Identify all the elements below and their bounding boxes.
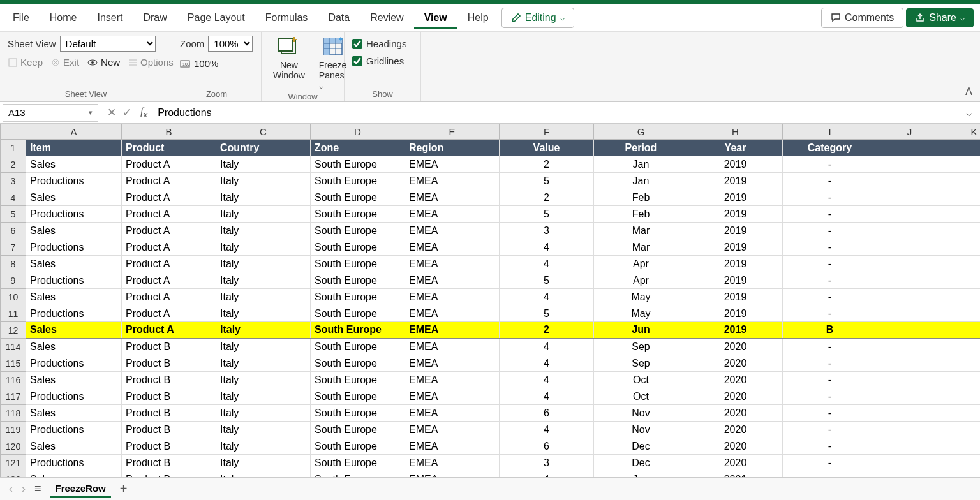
cell[interactable]: - (783, 156, 877, 173)
cell[interactable] (942, 140, 981, 156)
row-header[interactable]: 114 (1, 339, 26, 355)
column-header[interactable]: A (26, 124, 122, 140)
cell[interactable] (877, 438, 942, 455)
cell[interactable]: Sales (26, 405, 122, 422)
cell[interactable] (942, 455, 981, 471)
cell[interactable]: Italy (216, 438, 311, 455)
cell[interactable] (877, 272, 942, 289)
cell[interactable]: Nov (594, 422, 688, 438)
cell[interactable] (877, 305, 942, 322)
cell[interactable]: 2020 (688, 355, 783, 372)
cell[interactable]: Productions (26, 206, 122, 223)
row-header[interactable]: 115 (1, 355, 26, 372)
cell[interactable]: EMEA (405, 156, 500, 173)
cell[interactable]: EMEA (405, 438, 500, 455)
cell[interactable]: Zone (311, 140, 405, 156)
options-button[interactable]: Options (128, 57, 174, 68)
cell[interactable]: 2019 (688, 272, 783, 289)
cell[interactable]: Jan (594, 471, 688, 478)
select-all-corner[interactable] (1, 124, 26, 140)
row-header[interactable]: 7 (1, 239, 26, 256)
cell[interactable]: Productions (26, 173, 122, 189)
cell[interactable] (877, 140, 942, 156)
row-header[interactable]: 117 (1, 388, 26, 405)
cell[interactable]: 4 (500, 339, 594, 355)
cell[interactable] (942, 256, 981, 272)
cell[interactable]: South Europe (311, 372, 405, 388)
cell[interactable]: - (783, 339, 877, 355)
cell[interactable] (877, 388, 942, 405)
row-header[interactable]: 1 (1, 140, 26, 156)
cell[interactable]: Product A (122, 305, 216, 322)
cell[interactable]: Product A (122, 223, 216, 239)
row-header[interactable]: 3 (1, 173, 26, 189)
cell[interactable]: 2020 (688, 422, 783, 438)
column-header[interactable]: C (216, 124, 311, 140)
new-window-button[interactable]: New Window (269, 36, 309, 80)
cell[interactable]: 2019 (688, 223, 783, 239)
cell[interactable]: Dec (594, 438, 688, 455)
cell[interactable]: 6 (500, 438, 594, 455)
cell[interactable]: - (783, 272, 877, 289)
cell[interactable]: Italy (216, 388, 311, 405)
cell[interactable]: South Europe (311, 156, 405, 173)
cell[interactable]: 2020 (688, 438, 783, 455)
cell[interactable]: Productions (26, 272, 122, 289)
row-header[interactable]: 116 (1, 372, 26, 388)
cell[interactable]: May (594, 305, 688, 322)
cell[interactable] (942, 189, 981, 206)
headings-checkbox-input[interactable] (352, 39, 362, 49)
cell[interactable]: Sales (26, 438, 122, 455)
cell[interactable] (877, 239, 942, 256)
cell[interactable]: 2020 (688, 339, 783, 355)
row-header[interactable]: 10 (1, 289, 26, 305)
cell[interactable] (877, 189, 942, 206)
menu-tab-formulas[interactable]: Formulas (255, 7, 318, 29)
cell[interactable]: South Europe (311, 272, 405, 289)
cell[interactable] (877, 422, 942, 438)
cell[interactable]: - (783, 173, 877, 189)
cell[interactable]: Sales (26, 156, 122, 173)
cell[interactable]: Italy (216, 339, 311, 355)
cell[interactable] (877, 339, 942, 355)
cell[interactable] (942, 272, 981, 289)
cell[interactable] (942, 388, 981, 405)
cell[interactable]: 2019 (688, 289, 783, 305)
cell[interactable]: - (783, 372, 877, 388)
cell[interactable]: Dec (594, 455, 688, 471)
cell[interactable]: Period (594, 140, 688, 156)
cell[interactable]: Category (783, 140, 877, 156)
cancel-formula-button[interactable]: ✕ (107, 106, 116, 119)
cell[interactable]: - (783, 405, 877, 422)
cell[interactable] (942, 422, 981, 438)
cell[interactable]: 5 (500, 206, 594, 223)
cell[interactable]: 2019 (688, 173, 783, 189)
cell[interactable]: EMEA (405, 239, 500, 256)
menu-tab-draw[interactable]: Draw (133, 7, 177, 29)
cell[interactable]: Jan (594, 173, 688, 189)
cell[interactable]: Product A (122, 256, 216, 272)
cell[interactable]: Sales (26, 256, 122, 272)
zoom-100-button[interactable]: 100 100% (180, 58, 218, 69)
cell[interactable]: 2020 (688, 455, 783, 471)
cell[interactable]: Sales (26, 372, 122, 388)
cell[interactable]: Item (26, 140, 122, 156)
cell[interactable]: Sales (26, 223, 122, 239)
menu-tab-view[interactable]: View (414, 7, 457, 29)
cell[interactable]: EMEA (405, 256, 500, 272)
cell[interactable]: EMEA (405, 455, 500, 471)
formula-input[interactable] (152, 102, 958, 123)
sheet-tab[interactable]: FreezeRow (50, 480, 111, 498)
cell[interactable]: Product B (122, 438, 216, 455)
cell[interactable]: South Europe (311, 438, 405, 455)
expand-formula-bar-button[interactable]: ⌵ (958, 107, 980, 119)
cell[interactable]: Product A (122, 189, 216, 206)
gridlines-checkbox[interactable]: Gridlines (352, 55, 404, 66)
cell[interactable]: Italy (216, 156, 311, 173)
cell[interactable]: - (783, 289, 877, 305)
menu-tab-insert[interactable]: Insert (87, 7, 133, 29)
cell[interactable]: 3 (500, 223, 594, 239)
cell[interactable]: Italy (216, 189, 311, 206)
row-header[interactable]: 119 (1, 422, 26, 438)
cell[interactable]: Apr (594, 256, 688, 272)
